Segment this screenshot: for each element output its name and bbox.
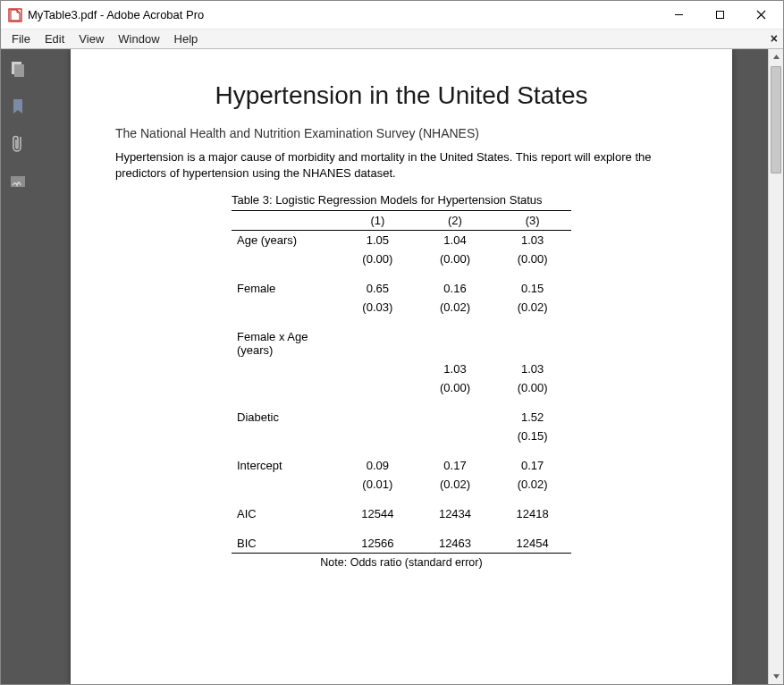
signatures-icon[interactable] [7, 171, 29, 192]
menu-view[interactable]: View [72, 30, 111, 47]
pages-icon[interactable] [7, 58, 29, 80]
titlebar: MyTable3.pdf - Adobe Acrobat Pro [1, 1, 783, 30]
doc-title: Hypertension in the United States [115, 81, 687, 110]
model-header: (2) [417, 211, 494, 231]
menu-edit[interactable]: Edit [38, 30, 72, 47]
document-close-icon[interactable]: × [771, 31, 778, 46]
scroll-up-icon[interactable] [769, 49, 783, 64]
table-note: Note: Odds ratio (standard error) [232, 554, 571, 572]
minimize-button[interactable] [658, 1, 699, 30]
document-area[interactable]: Hypertension in the United States The Na… [35, 49, 768, 684]
maximize-button[interactable] [699, 1, 740, 30]
workspace: Hypertension in the United States The Na… [1, 49, 783, 684]
table-row: 1.03 1.03 [232, 359, 571, 378]
table-row: Female x Age (years) [232, 327, 571, 359]
menu-file[interactable]: File [4, 30, 38, 47]
table-row: BIC 12566 12463 12454 [232, 534, 571, 554]
table-row: Diabetic 1.52 [232, 408, 571, 427]
menubar: File Edit View Window Help × [1, 30, 783, 49]
window-controls [658, 1, 781, 30]
model-header: (3) [493, 211, 571, 231]
vertical-scrollbar[interactable] [768, 49, 783, 684]
table-header-row: (1) (2) (3) [232, 211, 571, 231]
table-row: (0.00) (0.00) (0.00) [232, 249, 571, 268]
table-caption: Table 3: Logistic Regression Models for … [232, 191, 571, 211]
scroll-down-icon[interactable] [769, 669, 783, 684]
pdf-page: Hypertension in the United States The Na… [71, 49, 732, 684]
svg-rect-2 [716, 12, 723, 19]
scroll-thumb[interactable] [771, 66, 781, 173]
close-button[interactable] [740, 1, 781, 30]
menu-help[interactable]: Help [167, 30, 206, 47]
bookmark-icon[interactable] [7, 96, 29, 117]
doc-subtitle: The National Health and Nutrition Examin… [115, 126, 687, 140]
table-row: Female 0.65 0.16 0.15 [232, 279, 571, 298]
navigation-pane [1, 49, 35, 684]
table-row: AIC 12544 12434 12418 [232, 504, 571, 523]
app-icon [8, 8, 22, 22]
table-row: Intercept 0.09 0.17 0.17 [232, 456, 571, 475]
table-row: (0.15) [232, 427, 571, 445]
regression-table: Table 3: Logistic Regression Models for … [232, 191, 571, 571]
table-row: Age (years) 1.05 1.04 1.03 [232, 231, 571, 250]
table-row: (0.03) (0.02) (0.02) [232, 298, 571, 317]
menu-window[interactable]: Window [111, 30, 166, 47]
scroll-track[interactable] [769, 64, 783, 669]
doc-paragraph: Hypertension is a major cause of morbidi… [115, 149, 687, 181]
window-title: MyTable3.pdf - Adobe Acrobat Pro [28, 8, 658, 21]
table-row: (0.00) (0.00) [232, 378, 571, 397]
attachments-icon[interactable] [7, 133, 29, 155]
model-header: (1) [339, 211, 417, 231]
table-row: (0.01) (0.02) (0.02) [232, 475, 571, 494]
svg-rect-6 [14, 64, 24, 77]
